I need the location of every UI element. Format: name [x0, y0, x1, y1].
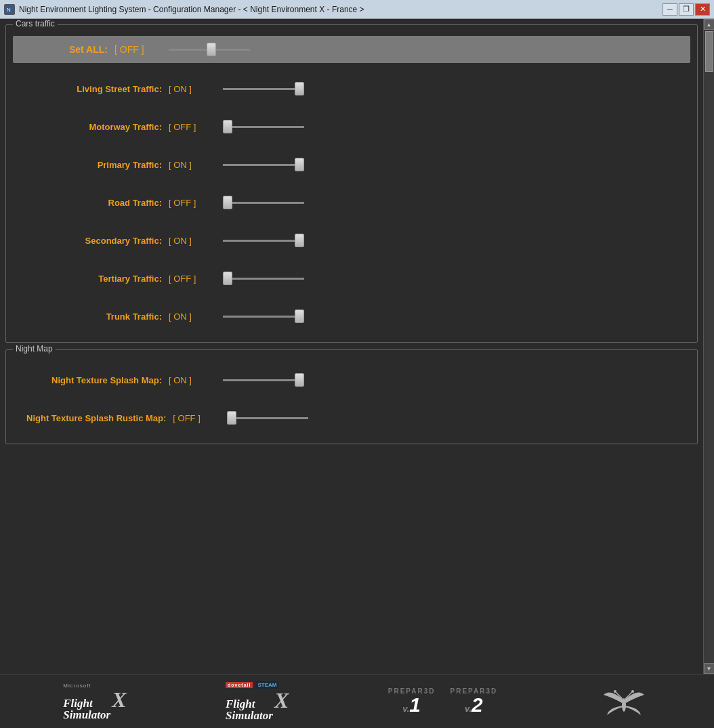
night-map-row-0: Night Texture Splash Map: [ ON ] [13, 361, 690, 399]
scrollbar-down-button[interactable]: ▼ [704, 663, 715, 674]
dtl-simulator-label: Simulator [226, 710, 273, 721]
set-all-slider-thumb[interactable] [207, 43, 216, 56]
row-label-1: Motorway Traffic: [26, 122, 162, 132]
night-map-status-1: [ OFF ] [173, 413, 220, 423]
set-all-row: Set ALL: [ OFF ] [13, 36, 690, 63]
set-all-status: [ OFF ] [114, 44, 162, 55]
traffic-row-5: Tertiary Traffic: [ OFF ] [13, 259, 690, 297]
night-map-label-1: Night Texture Splash Rustic Map: [26, 413, 166, 423]
traffic-row-2: Primary Traffic: [ ON ] [13, 146, 690, 184]
panels-wrapper: Cars traffic Set ALL: [ OFF ] Living Str… [0, 19, 703, 674]
titlebar-title: Night Environment Lighting System - Conf… [19, 5, 364, 14]
window-controls: ─ ❐ ✕ [663, 3, 710, 16]
scrollbar-up-button[interactable]: ▲ [704, 19, 715, 30]
row-status-0: [ ON ] [169, 84, 216, 94]
set-all-slider-track [169, 49, 250, 51]
night-map-group: Night Map Night Texture Splash Map: [ ON… [5, 349, 698, 444]
dtl-flight-label: Flight [226, 698, 273, 710]
p3d-v1-num: 1 [409, 695, 421, 715]
row-status-3: [ OFF ] [169, 198, 216, 208]
slider-thumb-1[interactable] [223, 120, 232, 133]
slider-thumb-5[interactable] [223, 272, 232, 285]
set-all-label: Set ALL: [26, 44, 108, 55]
bird-logo [597, 681, 651, 722]
p3d-logos: PREPAR3D v. 1 PREPAR3D v. 2 [388, 687, 497, 715]
scroll-area: Cars traffic Set ALL: [ OFF ] Living Str… [0, 19, 714, 674]
slider-3[interactable] [223, 196, 304, 209]
row-label-4: Secondary Traffic: [26, 236, 162, 246]
p3d-v2-num: 2 [471, 695, 483, 715]
close-button[interactable]: ✕ [695, 3, 710, 16]
slider-5[interactable] [223, 272, 304, 285]
night-map-row-1: Night Texture Splash Rustic Map: [ OFF ] [13, 399, 690, 437]
dtl-fsx-logo: dovetail STEAM Flight Simulator X [226, 681, 289, 721]
traffic-row-1: Motorway Traffic: [ OFF ] [13, 108, 690, 146]
slider-thumb-2[interactable] [295, 158, 304, 171]
traffic-row-4: Secondary Traffic: [ ON ] [13, 221, 690, 259]
row-label-6: Trunk Traffic: [26, 312, 162, 322]
traffic-row-0: Living Street Traffic: [ ON ] [13, 70, 690, 108]
ms-fsx-x-label: X [112, 689, 126, 710]
ms-fsx-flight-label: Flight [63, 698, 110, 709]
row-status-1: [ OFF ] [169, 122, 216, 132]
slider-4[interactable] [223, 234, 304, 247]
p3d-v2-logo: PREPAR3D v. 2 [450, 687, 498, 715]
app-icon: N [4, 4, 15, 15]
row-label-3: Road Traffic: [26, 198, 162, 208]
night-map-title: Night Map [13, 344, 56, 354]
footer: Microsoft Flight Simulator X dovetail ST… [0, 674, 714, 728]
slider-0[interactable] [223, 82, 304, 95]
night-map-slider-0[interactable] [223, 373, 304, 387]
slider-thumb-0[interactable] [295, 82, 304, 95]
night-map-status-0: [ ON ] [169, 375, 216, 385]
row-status-6: [ ON ] [169, 312, 216, 322]
svg-text:N: N [7, 7, 11, 13]
row-status-5: [ OFF ] [169, 274, 216, 284]
row-status-2: [ ON ] [169, 160, 216, 170]
traffic-row-6: Trunk Traffic: [ ON ] [13, 297, 690, 335]
p3d-v2-v: v. [465, 704, 471, 714]
slider-1[interactable] [223, 120, 304, 133]
row-status-4: [ ON ] [169, 236, 216, 246]
slider-thumb-6[interactable] [295, 309, 304, 323]
svg-point-6 [631, 690, 634, 693]
night-map-label-0: Night Texture Splash Map: [26, 375, 162, 385]
night-map-slider-1[interactable] [227, 411, 308, 425]
main-content: Cars traffic Set ALL: [ OFF ] Living Str… [0, 19, 714, 728]
dovetail-badge: dovetail [226, 682, 253, 688]
cars-traffic-group: Cars traffic Set ALL: [ OFF ] Living Str… [5, 24, 698, 343]
minimize-button[interactable]: ─ [663, 3, 677, 16]
row-label-0: Living Street Traffic: [26, 84, 162, 94]
restore-button[interactable]: ❐ [679, 3, 694, 16]
slider-thumb-4[interactable] [295, 234, 304, 247]
slider-2[interactable] [223, 158, 304, 171]
slider-6[interactable] [223, 309, 304, 323]
bird-svg [597, 681, 651, 722]
row-label-2: Primary Traffic: [26, 160, 162, 170]
scrollbar[interactable]: ▲ ▼ [703, 19, 714, 674]
row-label-5: Tertiary Traffic: [26, 274, 162, 284]
dtl-x-label: X [274, 689, 289, 711]
p3d-v1-v: v. [402, 704, 409, 714]
p3d-v1-logo: PREPAR3D v. 1 [388, 687, 436, 715]
titlebar: N Night Environment Lighting System - Co… [0, 0, 714, 19]
ms-label: Microsoft [63, 683, 91, 689]
ms-fsx-logo: Microsoft Flight Simulator X [63, 683, 126, 721]
ms-fsx-simulator-label: Simulator [63, 709, 110, 721]
night-map-slider-thumb-1[interactable] [227, 411, 236, 425]
traffic-row-3: Road Traffic: [ OFF ] [13, 184, 690, 221]
night-map-slider-thumb-0[interactable] [295, 373, 304, 387]
svg-point-4 [614, 690, 616, 693]
scrollbar-thumb[interactable] [705, 31, 713, 72]
slider-thumb-3[interactable] [223, 196, 232, 209]
cars-traffic-title: Cars traffic [13, 19, 58, 28]
set-all-slider[interactable] [169, 43, 250, 56]
